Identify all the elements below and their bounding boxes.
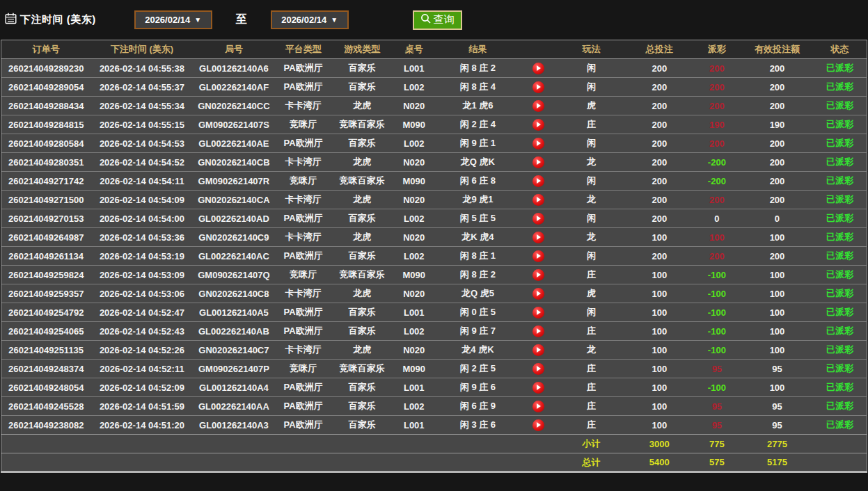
total-row: 总计 5400 575 5175	[1, 453, 867, 472]
platform-type-cell: PA欧洲厅	[274, 247, 332, 266]
platform-type-cell: PA欧洲厅	[274, 209, 332, 228]
col-header-table-no: 桌号	[393, 40, 436, 59]
replay-cell	[520, 247, 556, 266]
round-number-cell: GL001262140A5	[193, 303, 274, 322]
order-number-cell: 260214049288434	[1, 97, 91, 115]
replay-cell	[520, 59, 556, 78]
play-icon[interactable]	[532, 401, 544, 412]
game-type-cell: 龙虎	[332, 228, 393, 247]
play-icon[interactable]	[532, 81, 544, 93]
bet-time-cell: 2026-02-14 04:55:34	[90, 97, 193, 115]
round-number-cell: GN020262140C7	[193, 341, 274, 360]
replay-cell	[520, 228, 556, 247]
total-bet-cell: 100	[626, 322, 693, 341]
order-number-cell: 260214049289230	[1, 59, 91, 78]
table-header-row: 订单号 下注时间 (美东) 局号 平台类型 游戏类型 桌号 结果 玩法 总投注 …	[1, 40, 867, 59]
table-row: 260214049245528 2026-02-14 04:51:59 GL00…	[1, 397, 867, 416]
platform-type-cell: 竞咪厅	[274, 266, 332, 284]
table-row: 260214049251135 2026-02-14 04:52:26 GN02…	[1, 341, 867, 360]
play-icon[interactable]	[532, 156, 544, 168]
status-cell: 已派彩	[813, 228, 867, 247]
game-type-cell: 龙虎	[332, 191, 393, 209]
replay-cell	[520, 78, 556, 97]
payout-cell: -200	[693, 153, 742, 172]
search-button-label: 查询	[434, 13, 455, 26]
game-type-cell: 龙虎	[332, 97, 393, 115]
valid-bet-cell: 200	[741, 97, 813, 115]
play-icon[interactable]	[532, 419, 544, 431]
play-icon[interactable]	[532, 288, 544, 300]
play-icon[interactable]	[532, 213, 544, 225]
round-number-cell: GL002262140AA	[193, 397, 274, 416]
date-from-value: 2026/02/14	[145, 15, 190, 25]
search-button[interactable]: 查询	[413, 10, 462, 30]
play-icon[interactable]	[532, 269, 544, 281]
payout-cell: 0	[693, 209, 742, 228]
total-bet-cell: 200	[626, 59, 693, 78]
table-number-cell: N020	[393, 191, 436, 209]
table-number-cell: M090	[393, 115, 436, 134]
play-icon[interactable]	[532, 382, 544, 394]
play-icon[interactable]	[532, 232, 544, 243]
play-icon[interactable]	[532, 363, 544, 375]
play-icon[interactable]	[532, 344, 544, 356]
order-number-cell: 260214049289054	[1, 78, 91, 97]
play-icon[interactable]	[532, 100, 544, 112]
col-header-replay	[520, 40, 556, 59]
bet-type-cell: 庄	[556, 378, 626, 397]
order-number-cell: 260214049261134	[1, 247, 91, 266]
total-bet-cell: 100	[626, 266, 693, 284]
bet-type-cell: 庄	[556, 397, 626, 416]
bet-type-cell: 闲	[556, 247, 626, 266]
game-type-cell: 百家乐	[332, 209, 393, 228]
platform-type-cell: 卡卡湾厅	[274, 97, 332, 115]
date-from-select[interactable]: 2026/02/14 ▼	[134, 10, 212, 29]
bet-type-cell: 闲	[556, 59, 626, 78]
bet-type-cell: 庄	[556, 266, 626, 284]
platform-type-cell: 卡卡湾厅	[274, 228, 332, 247]
replay-cell	[520, 397, 556, 416]
play-icon[interactable]	[532, 325, 544, 337]
round-number-cell: GN020262140CB	[193, 153, 274, 172]
result-cell: 闲 6 庄 8	[436, 172, 520, 191]
subtotal-status-spacer	[813, 435, 867, 453]
total-bet-cell: 200	[626, 191, 693, 209]
subtotal-valid-bet: 2775	[741, 435, 813, 453]
table-row: 260214049259357 2026-02-14 04:53:06 GN02…	[1, 284, 867, 303]
col-header-bet-time: 下注时间 (美东)	[90, 40, 193, 59]
table-number-cell: L002	[393, 78, 436, 97]
table-row: 260214049271742 2026-02-14 04:54:11 GM09…	[1, 172, 867, 191]
game-type-cell: 百家乐	[332, 322, 393, 341]
platform-type-cell: PA欧洲厅	[274, 322, 332, 341]
date-to-select[interactable]: 2026/02/14 ▼	[271, 10, 349, 29]
order-number-cell: 260214049254792	[1, 303, 91, 322]
play-icon[interactable]	[532, 63, 544, 74]
result-cell: 闲 9 庄 6	[436, 378, 520, 397]
play-icon[interactable]	[532, 307, 544, 319]
game-type-cell: 百家乐	[332, 397, 393, 416]
bet-type-cell: 闲	[556, 172, 626, 191]
date-to-value: 2026/02/14	[281, 15, 326, 25]
play-icon[interactable]	[532, 138, 544, 150]
game-type-cell: 百家乐	[332, 247, 393, 266]
total-label: 总计	[556, 453, 626, 472]
table-row: 260214049284815 2026-02-14 04:55:15 GM09…	[1, 115, 867, 134]
total-status-spacer	[813, 453, 867, 472]
payout-cell: -100	[693, 341, 742, 360]
replay-cell	[520, 266, 556, 284]
platform-type-cell: PA欧洲厅	[274, 397, 332, 416]
payout-cell: -100	[693, 378, 742, 397]
play-icon[interactable]	[532, 194, 544, 206]
col-header-order: 订单号	[1, 40, 91, 59]
result-cell: 闲 8 庄 2	[436, 266, 520, 284]
table-number-cell: L001	[393, 416, 436, 435]
play-icon[interactable]	[532, 175, 544, 187]
play-icon[interactable]	[532, 119, 544, 131]
game-type-cell: 竞咪百家乐	[332, 172, 393, 191]
payout-cell: -200	[693, 172, 742, 191]
order-number-cell: 260214049251135	[1, 341, 91, 360]
table-number-cell: L001	[393, 303, 436, 322]
game-type-cell: 龙虎	[332, 284, 393, 303]
play-icon[interactable]	[532, 250, 544, 262]
total-bet-cell: 100	[626, 378, 693, 397]
